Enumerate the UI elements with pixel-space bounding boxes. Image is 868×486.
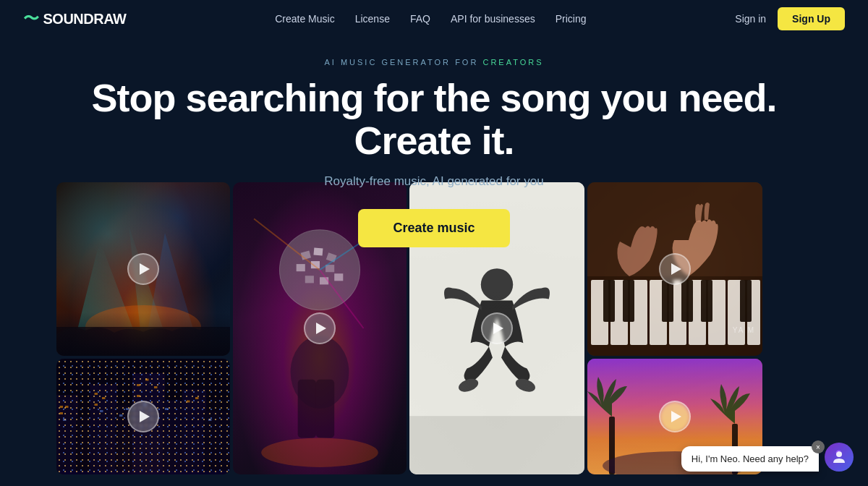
nav-links: Create Music License FAQ API for busines… bbox=[275, 13, 586, 25]
logo[interactable]: 〜 SOUNDRAW bbox=[23, 8, 126, 30]
hero-title-line2: Create it. bbox=[0, 119, 868, 162]
play-icon bbox=[316, 323, 326, 334]
svg-rect-5 bbox=[56, 327, 230, 356]
svg-rect-48 bbox=[56, 395, 78, 474]
svg-rect-11 bbox=[297, 264, 305, 271]
svg-rect-23 bbox=[316, 380, 334, 438]
palm-play-button[interactable] bbox=[659, 401, 691, 432]
chat-message-text: Hi, I'm Neo. Need any help? bbox=[692, 453, 809, 464]
play-icon bbox=[671, 411, 681, 422]
neo-icon bbox=[830, 448, 848, 466]
signin-link[interactable]: Sign in bbox=[735, 13, 766, 25]
nav-api[interactable]: API for businesses bbox=[451, 13, 535, 25]
svg-rect-50 bbox=[90, 384, 118, 474]
city-play-button[interactable] bbox=[127, 401, 159, 432]
nav-license[interactable]: License bbox=[355, 13, 390, 25]
svg-rect-58 bbox=[60, 412, 64, 414]
svg-rect-64 bbox=[154, 386, 158, 388]
svg-rect-70 bbox=[119, 414, 123, 417]
dance-play-button[interactable] bbox=[481, 312, 513, 344]
svg-rect-66 bbox=[187, 401, 190, 403]
svg-rect-14 bbox=[305, 276, 314, 283]
svg-rect-59 bbox=[95, 393, 98, 395]
city-card bbox=[56, 359, 230, 474]
piano-watermark: YA M bbox=[733, 326, 755, 334]
svg-point-24 bbox=[261, 438, 378, 467]
svg-rect-26 bbox=[409, 416, 584, 474]
chat-avatar bbox=[825, 443, 854, 472]
svg-rect-44 bbox=[681, 280, 693, 322]
play-icon bbox=[140, 263, 150, 275]
svg-rect-61 bbox=[95, 404, 98, 406]
create-music-button[interactable]: Create music bbox=[358, 209, 509, 247]
tag-creators: CREATORS bbox=[482, 58, 543, 67]
dj-play-button[interactable] bbox=[304, 312, 336, 344]
logo-icon: 〜 bbox=[23, 8, 39, 30]
nav-faq[interactable]: FAQ bbox=[410, 13, 430, 25]
svg-point-27 bbox=[481, 268, 513, 300]
play-icon bbox=[671, 263, 681, 275]
tag-ai: AI MUSIC bbox=[324, 58, 377, 67]
svg-rect-68 bbox=[63, 419, 67, 421]
svg-rect-63 bbox=[145, 379, 149, 381]
signup-button[interactable]: Sign Up bbox=[778, 7, 845, 30]
hero-title-line1: Stop searching for the song you need. bbox=[0, 77, 868, 119]
chat-close-button[interactable]: × bbox=[812, 440, 825, 453]
svg-rect-56 bbox=[60, 406, 64, 408]
nav-create-music[interactable]: Create Music bbox=[275, 13, 334, 25]
hero-title: Stop searching for the song you need. Cr… bbox=[0, 77, 868, 163]
hero-section: AI MUSIC GENERATOR FOR CREATORS Stop sea… bbox=[0, 38, 868, 265]
svg-rect-69 bbox=[100, 410, 103, 412]
hero-subtitle: Royalty-free music, AI generated for you bbox=[0, 174, 868, 189]
svg-rect-45 bbox=[701, 280, 712, 322]
svg-rect-54 bbox=[182, 390, 206, 475]
svg-rect-53 bbox=[163, 401, 184, 475]
svg-rect-55 bbox=[204, 412, 230, 475]
svg-rect-67 bbox=[195, 397, 199, 399]
svg-rect-73 bbox=[165, 408, 169, 410]
svg-rect-60 bbox=[102, 397, 106, 399]
svg-rect-49 bbox=[76, 417, 93, 474]
tag-generator: GENERATOR bbox=[381, 58, 451, 67]
nav-actions: Sign in Sign Up bbox=[735, 7, 845, 30]
svg-point-4 bbox=[78, 327, 150, 356]
svg-rect-22 bbox=[298, 380, 316, 438]
svg-point-3 bbox=[85, 305, 201, 349]
logo-text: SOUNDRAW bbox=[43, 11, 127, 27]
chat-bubble: × Hi, I'm Neo. Need any help? bbox=[681, 443, 854, 472]
svg-rect-62 bbox=[137, 384, 140, 386]
svg-rect-65 bbox=[137, 395, 140, 397]
chat-message-box: × Hi, I'm Neo. Need any help? bbox=[681, 446, 819, 472]
svg-rect-42 bbox=[623, 280, 634, 322]
play-icon bbox=[140, 411, 150, 422]
svg-rect-75 bbox=[56, 471, 230, 474]
tag-for: FOR bbox=[455, 58, 478, 67]
hero-tag: AI MUSIC GENERATOR FOR CREATORS bbox=[0, 58, 868, 67]
svg-rect-43 bbox=[662, 280, 673, 322]
svg-rect-57 bbox=[65, 406, 69, 408]
svg-rect-16 bbox=[334, 273, 343, 281]
svg-rect-41 bbox=[603, 280, 615, 322]
play-icon bbox=[493, 323, 503, 334]
nav-pricing[interactable]: Pricing bbox=[556, 13, 587, 25]
navbar: 〜 SOUNDRAW Create Music License FAQ API … bbox=[0, 0, 868, 38]
svg-rect-46 bbox=[740, 280, 752, 322]
svg-rect-74 bbox=[208, 419, 212, 421]
